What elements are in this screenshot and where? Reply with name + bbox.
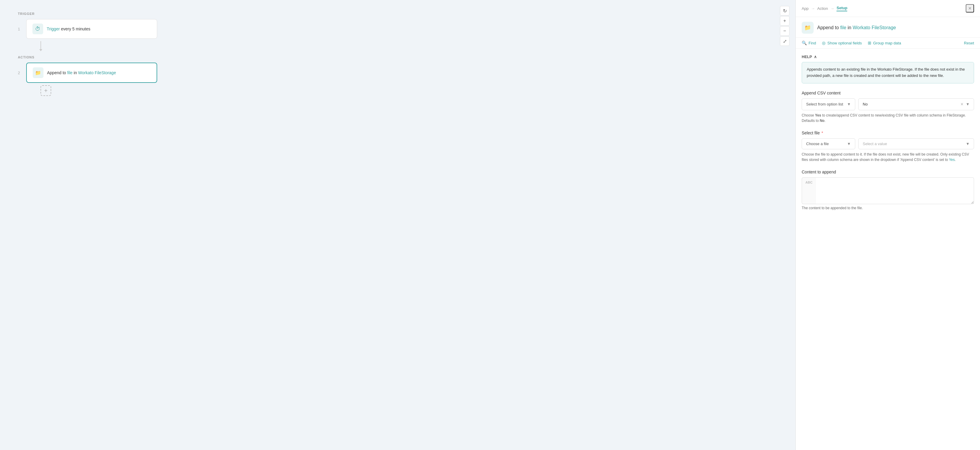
action-file-link[interactable]: file	[67, 70, 73, 75]
append-csv-value[interactable]: No × ▼	[858, 98, 974, 110]
choose-file-arrow: ▼	[847, 142, 851, 146]
action-block[interactable]: 📁 Append to file in Workato FileStorage	[26, 62, 157, 83]
append-csv-value-arrow: ▼	[966, 102, 970, 106]
panel-header: App → Action → Setup ×	[796, 0, 980, 17]
optional-fields-label: Show optional fields	[827, 41, 862, 45]
panel-title-row: 📁 Append to file in Workato FileStorage	[796, 17, 980, 38]
optional-icon: ◎	[822, 40, 826, 45]
group-map-button[interactable]: ⊞ Group map data	[868, 40, 901, 45]
select-file-placeholder: Select a value	[863, 142, 887, 146]
action-step-row: 2 📁 Append to file in Workato FileStorag…	[18, 62, 778, 83]
group-map-label: Group map data	[873, 41, 901, 45]
add-step-button[interactable]: +	[40, 85, 51, 96]
content-textarea[interactable]	[816, 177, 974, 204]
panel-title-app[interactable]: Workato FileStorage	[853, 25, 896, 30]
panel-title: Append to file in Workato FileStorage	[817, 25, 896, 30]
help-chevron-icon: ∧	[814, 54, 817, 59]
help-toggle[interactable]: HELP ∧	[802, 54, 974, 59]
trigger-section-label: TRIGGER	[18, 12, 778, 16]
actions-section-label: ACTIONS	[18, 56, 778, 59]
find-button[interactable]: 🔍 Find	[802, 40, 816, 45]
choose-file-label: Choose a file	[806, 142, 829, 146]
right-panel: App → Action → Setup × 📁 Append to file …	[795, 0, 980, 450]
canvas-content: TRIGGER 1 ⏱ Trigger every 5 minutes ACTI…	[0, 0, 795, 108]
append-csv-row: Select from option list ▼ No × ▼	[802, 98, 974, 110]
fit-button[interactable]: ⤢	[780, 36, 789, 46]
breadcrumb-action: Action	[817, 6, 828, 11]
trigger-connector	[40, 41, 41, 49]
action-step-number: 2	[18, 71, 22, 75]
show-optional-fields-button[interactable]: ◎ Show optional fields	[822, 40, 862, 45]
refresh-icon: ↻	[783, 8, 787, 14]
select-file-hint: Choose the file to append content to it.…	[802, 152, 974, 163]
help-label: HELP	[802, 54, 812, 59]
action-icon-box: 📁	[33, 67, 43, 78]
action-text: Append to file in Workato FileStorage	[47, 70, 116, 75]
choose-file-dropdown[interactable]: Choose a file ▼	[802, 138, 855, 149]
trigger-step-row: 1 ⏱ Trigger every 5 minutes	[18, 19, 778, 39]
select-file-value[interactable]: Select a value ▼	[858, 138, 974, 149]
append-csv-value-text: No	[863, 102, 868, 106]
select-file-arrow: ▼	[966, 142, 970, 146]
breadcrumb: App → Action → Setup	[802, 6, 847, 11]
append-csv-clear-button[interactable]: ×	[961, 102, 963, 107]
append-csv-hint: Choose Yes to create/append CSV content …	[802, 113, 974, 123]
append-csv-field: Append CSV content Select from option li…	[802, 91, 974, 123]
required-marker: *	[821, 131, 823, 135]
trigger-icon-box: ⏱	[32, 24, 43, 34]
canvas-controls: ↻ + − ⤢	[780, 6, 789, 46]
breadcrumb-arrow-1: →	[811, 6, 815, 11]
breadcrumb-arrow-2: →	[830, 6, 834, 11]
zoom-in-icon: +	[783, 18, 786, 24]
help-content: Appends content to an existing file in t…	[802, 62, 974, 83]
zoom-in-button[interactable]: +	[780, 16, 789, 26]
breadcrumb-setup[interactable]: Setup	[837, 6, 847, 11]
action-app-link[interactable]: Workato FileStorage	[78, 70, 116, 75]
find-icon: 🔍	[802, 40, 807, 45]
reset-button[interactable]: Reset	[964, 41, 974, 45]
trigger-step-number: 1	[18, 27, 22, 31]
trigger-link[interactable]: Trigger	[47, 27, 60, 31]
panel-app-icon: 📁	[802, 22, 814, 34]
zoom-out-button[interactable]: −	[780, 26, 789, 36]
canvas-area: ↻ + − ⤢ TRIGGER 1 ⏱ Trigger every 5 minu…	[0, 0, 795, 450]
select-file-label: Select file *	[802, 131, 974, 135]
close-button[interactable]: ×	[966, 4, 974, 13]
append-csv-dropdown[interactable]: Select from option list ▼	[802, 98, 855, 110]
fit-icon: ⤢	[783, 38, 787, 44]
panel-title-link[interactable]: file	[840, 25, 846, 30]
action-icon: 📁	[35, 70, 41, 76]
append-csv-dropdown-label: Select from option list	[806, 102, 843, 106]
actions-section: ACTIONS 2 📁 Append to file in Workato Fi…	[18, 56, 778, 96]
append-csv-label: Append CSV content	[802, 91, 974, 95]
breadcrumb-app: App	[802, 6, 808, 11]
refresh-button[interactable]: ↻	[780, 6, 789, 16]
trigger-block[interactable]: ⏱ Trigger every 5 minutes	[26, 19, 157, 39]
toolbar: 🔍 Find ◎ Show optional fields ⊞ Group ma…	[796, 38, 980, 49]
abc-label: ABC	[802, 177, 816, 204]
panel-icon-symbol: 📁	[804, 24, 811, 31]
content-append-field: Content to append ABC The content to be …	[802, 169, 974, 211]
content-textarea-wrapper: ABC	[802, 177, 974, 204]
select-file-row: Choose a file ▼ Select a value ▼	[802, 138, 974, 149]
add-icon: +	[44, 87, 48, 94]
append-csv-dropdown-arrow: ▼	[847, 102, 851, 106]
find-label: Find	[808, 41, 816, 45]
content-append-label: Content to append	[802, 169, 974, 174]
content-hint: The content to be appended to the file.	[802, 205, 974, 211]
trigger-icon: ⏱	[35, 26, 40, 32]
close-icon: ×	[968, 5, 972, 12]
panel-body: HELP ∧ Appends content to an existing fi…	[796, 49, 980, 450]
trigger-text: Trigger every 5 minutes	[47, 27, 91, 31]
group-icon: ⊞	[868, 40, 871, 45]
help-section: HELP ∧ Appends content to an existing fi…	[802, 54, 974, 83]
select-file-field: Select file * Choose a file ▼ Select a v…	[802, 131, 974, 163]
zoom-out-icon: −	[783, 28, 786, 34]
